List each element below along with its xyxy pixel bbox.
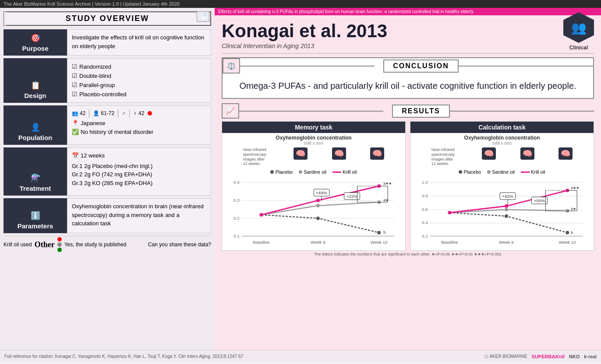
clinical-hex-icon: 👥 (563, 12, 594, 43)
svg-text:0.3: 0.3 (233, 198, 240, 203)
svg-text:Week 12: Week 12 (559, 240, 576, 245)
svg-text:0.2: 0.2 (233, 216, 240, 220)
calc-brain-placebo: 🧠 (482, 147, 496, 166)
calc-brain-krill: 🧠 (559, 147, 573, 166)
purpose-section: 🎯 Purpose Investigate the effects of kri… (4, 29, 211, 56)
krill-oil-value: Other (35, 240, 55, 249)
svg-point-16 (316, 204, 320, 207)
population-note: ✅No history of mental disorder (72, 128, 206, 136)
svg-text:0.4: 0.4 (422, 220, 428, 225)
calculation-chart-subtitle: Oxyhemoglobin concentration (410, 135, 594, 141)
design-randomized: Randomized (72, 62, 206, 71)
calculation-chart-svg: 1.0 0.8 0.6 0.4 0.2 Baseline (415, 176, 589, 250)
calculation-chart-card: Calculation task Oxyhemoglobin concentra… (410, 121, 594, 251)
svg-text:+62%: +62% (502, 194, 513, 199)
svg-point-50 (566, 231, 569, 234)
calc-brain-icon-sardine: 🧠 (520, 147, 534, 160)
treatment-content: 📅12 weeks Gr.1 2g Placebo (med-chn trigl… (67, 147, 211, 196)
study-subtitle: Clinical Interventian in Aging 2013 (222, 42, 594, 49)
svg-text:a★: a★ (571, 206, 576, 211)
traffic-light (57, 237, 62, 252)
calculation-legend: Placebo Sardine oil Krill oil (410, 169, 594, 175)
population-label: 👤 Population (4, 105, 67, 145)
calc-brain-icon-placebo: 🧠 (482, 147, 496, 160)
svg-point-19 (316, 199, 320, 202)
krill-oil-row: Krill oil used Other Yes, the study is p… (4, 236, 211, 252)
memory-chart-title: Memory task (222, 122, 405, 133)
conclusion-line (240, 66, 375, 66)
memory-chart-unit: mM x mm (222, 141, 405, 146)
population-nationality: 📍Japanese (72, 119, 206, 128)
treatment-label: ⚗️ Treatment (4, 147, 67, 196)
pink-top-bar: Effects of krill oil containing n-3 PUFA… (215, 8, 601, 15)
results-icon: 📈 (222, 103, 239, 119)
calc-legend-placebo: Placebo (459, 169, 481, 175)
brain-sardine: 🧠 (332, 147, 346, 166)
left-panel: STUDY OVERVIEW 📄 🎯 Purpose Investigate t… (0, 8, 215, 350)
svg-text:Week 6: Week 6 (311, 240, 325, 245)
brain-label-text: Near-infrared spectroscopy images after … (243, 147, 269, 166)
svg-text:0.4: 0.4 (233, 180, 240, 185)
population-female-count: ♀42 (133, 109, 144, 117)
legend-dot-sardine (299, 170, 302, 174)
logo-superba: SUPERBAKrill (532, 354, 565, 359)
memory-legend: Placebo Sardine oil Krill oil (222, 169, 405, 175)
clinical-badge: 👥 Clinical (563, 12, 594, 51)
design-section: 📋 Design Randomized Double-blind Paralle… (4, 58, 211, 103)
brain-icon-placebo: 🧠 (293, 147, 308, 160)
calc-legend-line-krill (521, 172, 530, 173)
memory-chart-area: 0.4 0.3 0.2 0.1 (226, 176, 401, 250)
results-header: 📈 RESULTS (222, 103, 594, 119)
calc-brain-sardine: 🧠 (520, 147, 534, 166)
parameters-icon: ℹ️ (31, 211, 40, 220)
design-parallelgroup: Parallel-group (72, 80, 206, 90)
conclusion-title: CONCLUSION (383, 60, 459, 73)
treatment-section: ⚗️ Treatment 📅12 weeks Gr.1 2g Placebo (… (4, 147, 211, 196)
memory-brain-images: Near-infrared spectroscopy images after … (222, 146, 405, 168)
parameters-section: ℹ️ Parameters Oxyhemoglobin concentratio… (4, 198, 211, 233)
design-label: 📋 Design (4, 58, 67, 103)
svg-point-14 (377, 231, 381, 234)
svg-point-13 (316, 217, 320, 220)
svg-text:Baseline: Baseline (253, 240, 270, 245)
right-panel: Effects of krill oil containing n-3 PUFA… (215, 8, 601, 350)
population-red-dot (148, 111, 152, 116)
logo-nko: NKO (569, 354, 580, 359)
population-content: 👥42 👤61-72 ♂ ♀42 (67, 105, 211, 145)
svg-point-52 (505, 208, 508, 211)
citation-text: Full reference for citation: Konagai C, … (4, 354, 243, 359)
calc-brain-icon-krill: 🧠 (559, 147, 573, 160)
svg-text:a★★: a★★ (383, 182, 392, 186)
export-icon[interactable]: 📄 (197, 11, 209, 22)
treatment-group3: Gr.3 2g KO (285 mg EPA+DHA) (72, 179, 206, 188)
svg-text:b: b (571, 231, 573, 235)
parameters-label: ℹ️ Parameters (4, 198, 67, 233)
share-question: Can you share these data? (148, 242, 211, 248)
design-icon: 📋 (31, 80, 40, 90)
treatment-icon: ⚗️ (31, 173, 40, 183)
results-title: RESULTS (392, 105, 449, 118)
legend-sardine: Sardine oil (299, 169, 326, 175)
calc-brain-label: Near-infrared spectroscopy images after … (431, 147, 458, 166)
published-text: Yes, the study is published (64, 242, 127, 248)
legend-placebo: Placebo (270, 169, 293, 175)
treatment-group1: Gr.1 2g Placebo (med-chn trigl.) (72, 162, 206, 171)
conclusion-text: Omega-3 PUFAs - and particularly krill o… (223, 74, 593, 98)
calc-legend-sardine: Sardine oil (487, 169, 515, 175)
svg-text:+49%: +49% (316, 190, 327, 195)
legend-line-krill (332, 172, 341, 173)
bottom-logos: ⬡ AKER BIOMARINE SUPERBAKrill NKO k·real (484, 354, 597, 359)
population-count: 👥42 (72, 109, 85, 117)
calculation-chart-title: Calculation task (410, 122, 594, 133)
logo-aker: ⬡ AKER BIOMARINE (484, 354, 527, 359)
svg-text:Week 12: Week 12 (371, 240, 388, 245)
legend-krill: Krill oil (332, 169, 357, 175)
svg-text:a★★: a★★ (571, 186, 579, 190)
calc-legend-dot-sardine (487, 170, 491, 174)
results-line2 (450, 111, 594, 112)
tl-yellow (57, 242, 62, 247)
treatment-group2: Gr.2 2g FO (742 mg EPA+DHA) (72, 170, 206, 179)
calculation-brain-images: Near-infrared spectroscopy images after … (410, 146, 594, 168)
svg-text:0.6: 0.6 (422, 207, 428, 212)
legend-dot-placebo (270, 170, 274, 174)
